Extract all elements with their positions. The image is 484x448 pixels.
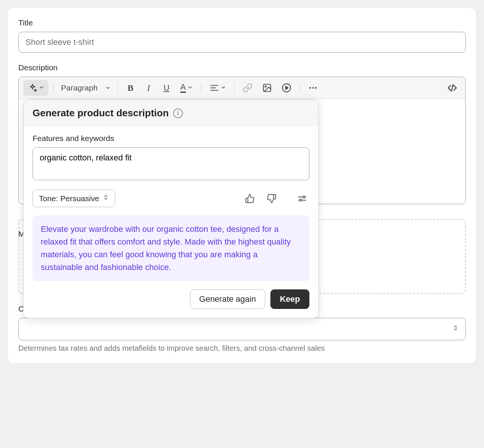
popover-actions: Generate again Keep (33, 289, 309, 309)
thumbs-down-button[interactable] (264, 191, 279, 206)
chevron-down-icon (187, 85, 193, 91)
tone-label: Tone: Persuasive (39, 194, 99, 203)
underline-button[interactable]: U (159, 80, 174, 96)
svg-point-8 (312, 87, 314, 89)
code-view-button[interactable] (444, 80, 461, 96)
text-color-icon: A (180, 83, 186, 93)
thumbs-up-button[interactable] (243, 191, 257, 206)
product-form-card: Title Description Paragraph (7, 7, 477, 363)
popover-title: Generate product description (33, 107, 169, 119)
features-input[interactable] (33, 147, 309, 180)
editor-toolbar: Paragraph B I U A (19, 77, 465, 99)
toolbar-divider (53, 83, 53, 93)
svg-marker-6 (286, 86, 288, 90)
generated-text-box: Elevate your wardrobe with our organic c… (33, 215, 309, 281)
text-color-button[interactable]: A (177, 80, 196, 96)
ai-generate-popover: Generate product description i Features … (23, 99, 319, 318)
thumbs-down-icon (267, 194, 276, 203)
paragraph-style-select[interactable]: Paragraph (58, 80, 113, 96)
link-button[interactable] (239, 80, 256, 96)
select-arrows-icon (103, 194, 109, 203)
link-icon (243, 83, 252, 93)
more-horizontal-icon (308, 83, 318, 93)
toolbar-divider (201, 83, 201, 93)
chevron-down-icon (105, 83, 110, 92)
feedback-controls (243, 191, 309, 206)
keep-button[interactable]: Keep (270, 289, 309, 309)
description-section: Description Paragraph (18, 63, 466, 204)
popover-body: Features and keywords Tone: Persuasive (24, 126, 318, 318)
popover-header: Generate product description i (24, 100, 318, 126)
title-label: Title (18, 18, 466, 27)
toolbar-divider (118, 83, 118, 93)
tone-row: Tone: Persuasive (33, 190, 309, 207)
svg-point-4 (265, 86, 266, 87)
align-left-icon (209, 83, 219, 93)
rich-text-editor: Paragraph B I U A (18, 77, 466, 204)
code-icon (447, 83, 457, 93)
italic-icon: I (147, 83, 150, 93)
sliders-icon (297, 194, 307, 203)
svg-point-9 (315, 87, 316, 89)
italic-button[interactable]: I (141, 80, 156, 96)
paragraph-style-label: Paragraph (61, 83, 98, 92)
description-label: Description (18, 63, 466, 72)
chevron-down-icon (39, 85, 44, 91)
video-button[interactable] (278, 80, 295, 96)
select-arrows-icon (453, 324, 459, 334)
align-button[interactable] (206, 80, 230, 96)
adjust-button[interactable] (295, 191, 309, 206)
category-hint: Determines tax rates and adds metafields… (18, 344, 466, 353)
bold-icon: B (128, 83, 134, 93)
image-button[interactable] (258, 80, 276, 96)
underline-icon: U (163, 83, 169, 93)
image-icon (262, 83, 272, 93)
svg-point-13 (303, 196, 305, 197)
title-input[interactable] (18, 32, 466, 53)
svg-line-10 (451, 85, 453, 91)
ai-generate-button[interactable] (23, 80, 49, 96)
bold-button[interactable]: B (123, 80, 138, 96)
thumbs-up-icon (245, 194, 255, 203)
generate-again-button[interactable]: Generate again (190, 289, 266, 309)
toolbar-divider (300, 83, 300, 93)
features-label: Features and keywords (33, 134, 309, 143)
svg-point-7 (309, 87, 311, 89)
sparkle-icon (28, 83, 37, 93)
play-circle-icon (282, 83, 291, 93)
more-button[interactable] (304, 80, 322, 96)
generated-text: Elevate your wardrobe with our organic c… (41, 223, 301, 274)
chevron-down-icon (221, 85, 226, 91)
toolbar-divider (234, 83, 235, 93)
info-icon[interactable]: i (173, 108, 183, 118)
tone-select[interactable]: Tone: Persuasive (33, 190, 115, 207)
category-select[interactable] (18, 318, 466, 340)
svg-point-14 (300, 199, 301, 201)
